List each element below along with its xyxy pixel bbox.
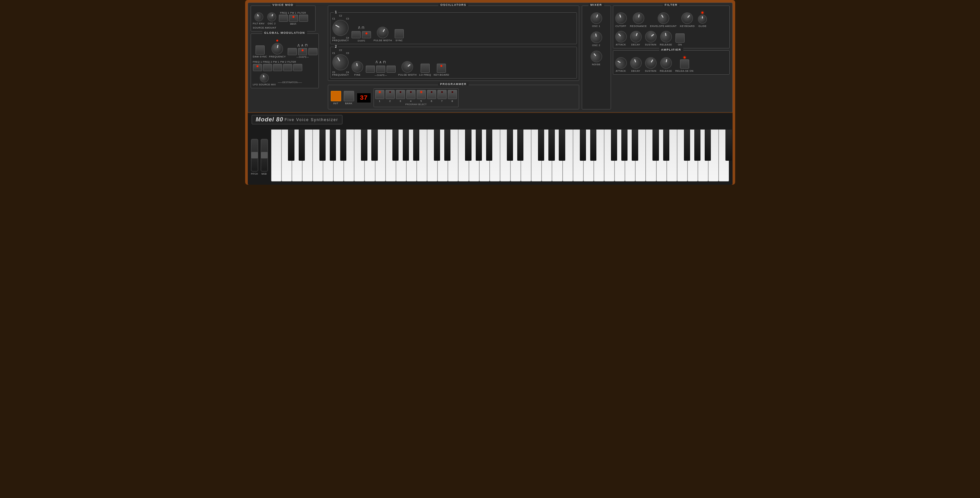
env-amount-container: ENVELOPE AMOUNT (650, 12, 677, 27)
black-key[interactable] (559, 129, 565, 161)
osc2-lofreq-btn[interactable] (421, 64, 430, 73)
osc2-freq-container (332, 54, 349, 70)
daw-sync-btn[interactable] (256, 45, 265, 54)
osc2-mix-knob[interactable] (590, 30, 603, 44)
black-key[interactable] (705, 129, 711, 161)
gm-pw2-btn[interactable] (283, 64, 292, 71)
osc2-sq-btn[interactable] (387, 65, 396, 73)
black-key[interactable] (465, 129, 471, 161)
black-key[interactable] (288, 129, 294, 161)
prog-btn-4[interactable] (406, 90, 415, 99)
osc2-sq-icon: ⊓ (383, 60, 386, 64)
osc1-mix-label: OSC 1 (592, 25, 600, 27)
amp-release-on-btn[interactable] (680, 59, 689, 69)
prog-btn-2[interactable] (386, 90, 395, 99)
lfo-knob[interactable] (258, 72, 270, 84)
black-key[interactable] (538, 129, 544, 161)
osc1-freq-knob[interactable] (329, 17, 352, 39)
black-key[interactable] (725, 129, 732, 161)
black-key[interactable] (392, 129, 399, 161)
black-key[interactable] (299, 129, 305, 161)
black-key[interactable] (517, 129, 523, 161)
black-key[interactable] (621, 129, 627, 161)
black-key[interactable] (361, 129, 367, 161)
gm-freq2-btn[interactable] (263, 64, 272, 71)
osc2-pw-knob[interactable] (399, 59, 416, 75)
gm-filter-btn[interactable] (293, 64, 302, 71)
black-key[interactable] (632, 129, 638, 161)
black-key[interactable] (403, 129, 409, 161)
init-btn[interactable] (331, 91, 341, 101)
filter-dec-knob[interactable] (628, 29, 643, 44)
osc2-vm-knob[interactable] (266, 11, 278, 23)
noise-mix-knob[interactable] (588, 48, 605, 65)
osc2-freq-knob[interactable] (329, 51, 352, 73)
prog-btn-8[interactable] (448, 90, 457, 99)
pitch-wheel[interactable] (251, 139, 258, 171)
amp-atk-knob[interactable] (613, 55, 629, 71)
osc2-fine-knob[interactable] (350, 60, 364, 74)
black-key[interactable] (580, 129, 586, 161)
black-key[interactable] (611, 129, 617, 161)
white-key[interactable] (271, 129, 282, 182)
black-key[interactable] (371, 129, 377, 161)
gm-pw1-btn[interactable] (273, 64, 282, 71)
osc2-keyboard-btn[interactable] (437, 64, 446, 73)
osc1-saw-btn[interactable] (352, 31, 361, 38)
filter-sus-knob[interactable] (643, 29, 659, 45)
black-key[interactable] (486, 129, 492, 161)
shape-tri-btn[interactable] (298, 48, 307, 55)
glide-knob[interactable] (698, 14, 707, 24)
black-key[interactable] (590, 129, 597, 161)
filter-on-btn[interactable] (676, 34, 684, 43)
source-amount-label: SOURCE AMOUNT (253, 26, 277, 29)
osc1-pw-knob[interactable] (375, 24, 391, 40)
black-key[interactable] (476, 129, 482, 161)
bank-btn[interactable] (344, 91, 354, 101)
env-amount-knob[interactable] (655, 10, 671, 26)
osc2-saw-btn[interactable] (366, 65, 375, 73)
black-key[interactable] (444, 129, 450, 161)
prog-btn-1[interactable] (375, 90, 384, 99)
black-key[interactable] (340, 129, 346, 161)
filter-atk-knob[interactable] (612, 29, 629, 45)
amp-rel-knob[interactable] (659, 56, 673, 70)
black-key[interactable] (413, 129, 419, 161)
black-key[interactable] (330, 129, 336, 161)
amp-dec-knob[interactable] (628, 56, 643, 70)
osc1-sync-btn[interactable] (395, 29, 404, 38)
prog-btn-3[interactable] (396, 90, 405, 99)
gm-freq-knob[interactable] (271, 42, 285, 56)
filter-rel-knob[interactable] (659, 30, 673, 43)
osc2-tri-btn[interactable] (376, 65, 385, 73)
prog-btn-5[interactable] (417, 90, 426, 99)
osc1-sq-btn[interactable] (362, 31, 371, 38)
vm-pw1-btn[interactable] (289, 14, 298, 22)
prog-btn-6[interactable] (427, 90, 436, 99)
amp-sus-knob[interactable] (643, 55, 659, 71)
prog-select-label: PROGRAM SELECT (375, 103, 457, 105)
osc2-c1: C1 (332, 52, 335, 54)
shape-sq-btn[interactable] (309, 48, 318, 55)
gm-freq1-btn[interactable] (253, 64, 262, 71)
resonance-knob[interactable] (632, 11, 645, 25)
black-key[interactable] (652, 129, 659, 161)
black-key[interactable] (320, 129, 326, 161)
filt-env-knob[interactable] (252, 11, 265, 23)
black-key[interactable] (507, 129, 513, 161)
osc1-mix-knob[interactable] (589, 11, 603, 26)
vm-freq1-btn[interactable] (279, 14, 288, 22)
vm-filter-btn[interactable] (299, 14, 308, 22)
black-key[interactable] (663, 129, 669, 161)
keys-container (271, 129, 729, 182)
prog-btn-7[interactable] (438, 90, 447, 99)
shape-saw-btn[interactable] (288, 48, 297, 55)
amp-release-on-label: RELEA-SE ON (676, 69, 694, 72)
black-key[interactable] (694, 129, 700, 161)
cutoff-knob[interactable] (613, 11, 628, 26)
filter-kbd-knob[interactable] (679, 10, 695, 27)
black-key[interactable] (434, 129, 440, 161)
black-key[interactable] (684, 129, 690, 161)
black-key[interactable] (548, 129, 555, 161)
mod-wheel[interactable] (261, 139, 268, 171)
